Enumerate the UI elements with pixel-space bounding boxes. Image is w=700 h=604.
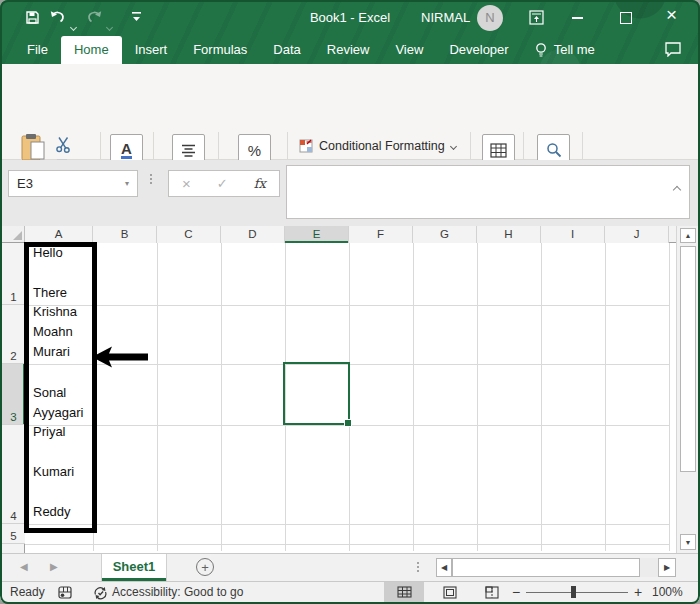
cancel-icon[interactable]: × <box>182 175 191 192</box>
horizontal-scrollbar-thumb[interactable] <box>452 558 640 577</box>
gridline <box>25 544 669 545</box>
close-button[interactable]: × <box>666 4 677 26</box>
page-break-view-button[interactable] <box>472 582 512 602</box>
row-header-1[interactable]: 1 <box>2 243 25 305</box>
row-header-4[interactable]: 4 <box>2 425 25 524</box>
row-header-3[interactable]: 3 <box>2 364 25 425</box>
normal-view-icon <box>397 586 412 598</box>
tab-insert[interactable]: Insert <box>122 36 181 64</box>
gridline <box>157 243 158 551</box>
annotation-arrow-icon <box>91 344 149 370</box>
formula-input[interactable] <box>286 165 690 219</box>
customize-qat-button[interactable] <box>131 11 142 24</box>
tab-view[interactable]: View <box>382 36 436 64</box>
percent-icon: % <box>248 142 261 159</box>
row-header-2[interactable]: 2 <box>2 305 25 364</box>
zoom-slider-track[interactable] <box>526 592 628 593</box>
active-cell-selection[interactable] <box>283 362 350 425</box>
column-header-e[interactable]: E <box>285 226 349 243</box>
tab-bar-resize-grip[interactable] <box>417 561 419 573</box>
accessibility-checker-icon[interactable] <box>93 586 108 600</box>
select-all-triangle-icon <box>13 231 22 240</box>
column-header-f[interactable]: F <box>349 226 413 243</box>
paste-button[interactable] <box>19 133 47 163</box>
column-header-h[interactable]: H <box>477 226 541 243</box>
minimize-button[interactable] <box>572 17 583 19</box>
account-name[interactable]: NIRMAL <box>421 0 470 36</box>
redo-dropdown-icon[interactable] <box>107 16 112 34</box>
undo-button[interactable] <box>49 9 66 25</box>
page-layout-view-button[interactable] <box>430 582 470 602</box>
horizontal-scrollbar[interactable]: ◀ ▶ <box>436 558 676 577</box>
normal-view-button[interactable] <box>384 582 424 602</box>
formula-buttons: × ✓ fx <box>168 170 280 197</box>
status-bar: Ready Accessibility: Good to go − + 100% <box>0 581 700 602</box>
insert-function-button[interactable]: fx <box>254 176 266 191</box>
formula-bar-expand-icon[interactable] <box>674 179 680 197</box>
redo-button[interactable] <box>86 9 103 25</box>
vertical-scrollbar[interactable]: ▲ ▼ <box>676 226 698 553</box>
column-header-i[interactable]: I <box>541 226 605 243</box>
alignment-icon <box>181 144 196 157</box>
conditional-formatting-button[interactable]: Conditional Formatting <box>299 138 456 154</box>
new-sheet-button[interactable]: + <box>196 558 214 576</box>
zoom-in-button[interactable]: + <box>634 584 642 600</box>
scroll-down-button[interactable]: ▼ <box>680 534 696 550</box>
enter-icon[interactable]: ✓ <box>217 176 228 191</box>
tab-review[interactable]: Review <box>314 36 383 64</box>
sheet-tab-sheet1[interactable]: Sheet1 <box>101 554 167 581</box>
name-box[interactable]: E3 ▾ <box>8 170 138 197</box>
vertical-scrollbar-thumb[interactable] <box>680 246 696 472</box>
tab-formulas[interactable]: Formulas <box>180 36 260 64</box>
ribbon: Paste Clipboard A Font Alignment <box>0 64 700 160</box>
column-header-a[interactable]: A <box>25 226 93 243</box>
gridline <box>25 524 669 525</box>
undo-dropdown-icon[interactable] <box>71 16 76 34</box>
window-title: Book1 - Excel <box>250 0 450 36</box>
zoom-slider-thumb[interactable] <box>571 586 576 598</box>
avatar[interactable]: N <box>477 5 503 31</box>
column-header-c[interactable]: C <box>157 226 221 243</box>
ribbon-display-options-button[interactable] <box>529 10 544 25</box>
formula-bar-resize-grip[interactable] <box>150 173 152 185</box>
gridline <box>605 243 606 551</box>
magnifier-icon <box>546 142 562 158</box>
scroll-up-button[interactable]: ▲ <box>680 228 696 243</box>
excel-window: Book1 - Excel NIRMAL N × File Home Inser… <box>0 0 700 604</box>
name-box-value: E3 <box>9 176 125 191</box>
page-layout-view-icon <box>443 586 457 599</box>
fill-handle[interactable] <box>344 419 352 427</box>
column-header-g[interactable]: G <box>413 226 477 243</box>
cells-icon <box>490 143 507 158</box>
tab-developer[interactable]: Developer <box>436 36 521 64</box>
tab-data[interactable]: Data <box>260 36 313 64</box>
tell-me-box[interactable]: Tell me <box>522 36 608 64</box>
name-box-dropdown-icon[interactable]: ▾ <box>125 179 137 188</box>
comments-icon[interactable] <box>664 41 682 57</box>
column-header-d[interactable]: D <box>221 226 285 243</box>
cut-button[interactable] <box>55 136 72 153</box>
tab-file[interactable]: File <box>14 36 61 64</box>
select-all-corner[interactable] <box>2 226 25 243</box>
gridline <box>669 243 670 551</box>
sheet-nav-left-icon[interactable]: ◀ <box>20 561 28 572</box>
zoom-out-button[interactable]: − <box>512 584 520 600</box>
sheet-tab-bar: ◀ ▶ Sheet1 + ◀ ▶ <box>0 553 700 581</box>
gridline <box>221 243 222 551</box>
tab-home[interactable]: Home <box>61 36 122 64</box>
formula-bar-strip: E3 ▾ × ✓ fx <box>0 160 700 226</box>
column-header-j[interactable]: J <box>605 226 669 243</box>
gridline <box>477 243 478 551</box>
annotation-rectangle <box>24 242 97 533</box>
sheet-nav-right-icon[interactable]: ▶ <box>50 561 58 572</box>
scroll-right-button[interactable]: ▶ <box>658 558 676 577</box>
column-header-b[interactable]: B <box>93 226 157 243</box>
accessibility-status[interactable]: Accessibility: Good to go <box>112 585 243 599</box>
scroll-left-button[interactable]: ◀ <box>436 558 452 577</box>
zoom-level[interactable]: 100% <box>652 585 683 599</box>
row-header-5[interactable]: 5 <box>2 524 25 544</box>
status-mode: Ready <box>10 585 45 599</box>
maximize-button[interactable] <box>620 12 632 24</box>
save-button[interactable] <box>25 10 40 25</box>
macro-record-icon[interactable] <box>58 586 72 599</box>
